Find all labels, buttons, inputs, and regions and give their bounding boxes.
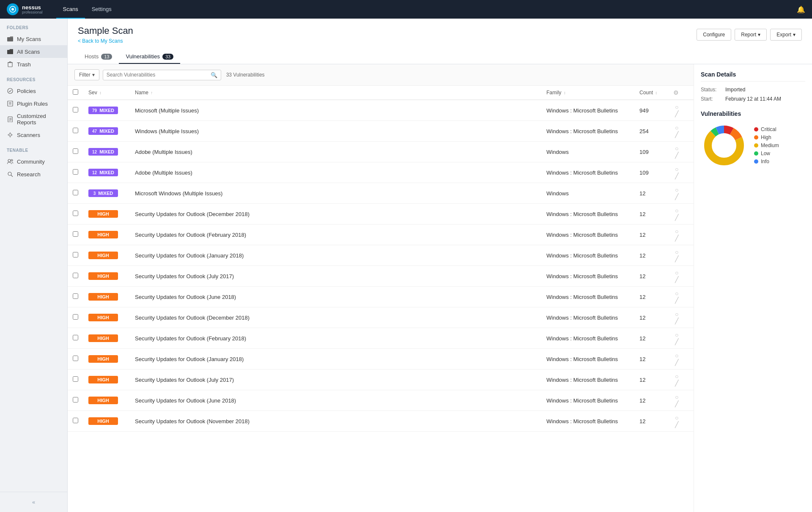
table-row[interactable]: HIGH Security Updates for Outlook (Janua… xyxy=(68,245,694,266)
name-cell[interactable]: Security Updates for Outlook (December 2… xyxy=(130,307,541,328)
sidebar-item-my-scans[interactable]: My Scans xyxy=(0,33,67,45)
row-checkbox[interactable] xyxy=(73,335,78,340)
name-cell[interactable]: Security Updates for Outlook (July 2017) xyxy=(130,266,541,287)
search-input[interactable] xyxy=(107,72,208,78)
export-button[interactable]: Export ▾ xyxy=(770,29,802,41)
table-row[interactable]: 3MIXED Microsoft Windows (Multiple Issue… xyxy=(68,183,694,204)
name-header[interactable]: Name ↑ xyxy=(130,86,541,100)
table-row[interactable]: HIGH Security Updates for Outlook (Decem… xyxy=(68,204,694,225)
name-cell[interactable]: Security Updates for Outlook (January 20… xyxy=(130,245,541,266)
filter-button[interactable]: Filter ▾ xyxy=(74,69,99,80)
row-checkbox[interactable] xyxy=(73,356,78,361)
notifications-icon[interactable]: 🔔 xyxy=(797,5,805,14)
table-row[interactable]: HIGH Security Updates for Outlook (July … xyxy=(68,266,694,287)
row-edit-icon[interactable]: ╱ xyxy=(673,130,680,139)
row-edit-icon[interactable]: ╱ xyxy=(673,275,680,284)
sidebar-item-plugin-rules[interactable]: Plugin Rules xyxy=(0,97,67,110)
row-edit-icon[interactable]: ╱ xyxy=(673,172,680,180)
name-cell[interactable]: Adobe (Multiple Issues) xyxy=(130,162,541,183)
table-header-row: Sev ↕ Name ↑ Family ↕ Count ↕ xyxy=(68,86,694,100)
tab-vulnerabilities[interactable]: Vulnerabilities 33 xyxy=(119,50,180,64)
row-checkbox[interactable] xyxy=(73,252,78,257)
table-row[interactable]: HIGH Security Updates for Outlook (Novem… xyxy=(68,411,694,432)
name-cell[interactable]: Security Updates for Outlook (December 2… xyxy=(130,204,541,225)
severity-badge: 12MIXED xyxy=(88,148,118,156)
sidebar-item-research[interactable]: Research xyxy=(0,168,67,181)
row-edit-icon[interactable]: ╱ xyxy=(673,110,680,118)
select-all-checkbox[interactable] xyxy=(73,89,78,95)
row-edit-icon[interactable]: ╱ xyxy=(673,420,680,429)
name-cell[interactable]: Microsoft Windows (Multiple Issues) xyxy=(130,183,541,204)
row-edit-icon[interactable]: ╱ xyxy=(673,213,680,222)
table-row[interactable]: 79MIXED Microsoft (Multiple Issues) Wind… xyxy=(68,100,694,121)
row-checkbox[interactable] xyxy=(73,211,78,216)
row-edit-icon[interactable]: ╱ xyxy=(673,337,680,346)
row-edit-icon[interactable]: ╱ xyxy=(673,151,680,159)
critical-dot xyxy=(754,127,758,131)
search-icon: 🔍 xyxy=(211,72,217,78)
row-checkbox[interactable] xyxy=(73,128,78,133)
row-edit-icon[interactable]: ╱ xyxy=(673,379,680,387)
sidebar-item-all-scans[interactable]: All Scans xyxy=(0,45,67,58)
row-edit-icon[interactable]: ╱ xyxy=(673,192,680,201)
name-cell[interactable]: Security Updates for Outlook (November 2… xyxy=(130,411,541,432)
row-checkbox[interactable] xyxy=(73,314,78,320)
nav-scans[interactable]: Scans xyxy=(56,0,85,19)
family-header[interactable]: Family ↕ xyxy=(541,86,634,100)
row-edit-icon[interactable]: ╱ xyxy=(673,234,680,242)
row-checkbox[interactable] xyxy=(73,418,78,423)
table-row[interactable]: 12MIXED Adobe (Multiple Issues) Windows … xyxy=(68,142,694,162)
row-checkbox[interactable] xyxy=(73,397,78,402)
sidebar-item-trash[interactable]: Trash xyxy=(0,58,67,71)
policies-icon xyxy=(7,88,14,94)
collapse-sidebar-button[interactable]: « xyxy=(0,496,67,509)
row-checkbox[interactable] xyxy=(73,376,78,382)
name-cell[interactable]: Microsoft (Multiple Issues) xyxy=(130,100,541,121)
configure-button[interactable]: Configure xyxy=(697,29,731,41)
table-row[interactable]: HIGH Security Updates for Outlook (June … xyxy=(68,287,694,307)
row-checkbox[interactable] xyxy=(73,293,78,299)
name-cell[interactable]: Security Updates for Outlook (June 2018) xyxy=(130,390,541,411)
count-header[interactable]: Count ↕ xyxy=(634,86,668,100)
name-cell[interactable]: Adobe (Multiple Issues) xyxy=(130,142,541,162)
row-edit-icon[interactable]: ╱ xyxy=(673,255,680,263)
table-row[interactable]: 12MIXED Adobe (Multiple Issues) Windows … xyxy=(68,162,694,183)
family-cell: Windows : Microsoft Bulletins xyxy=(541,121,634,142)
back-to-my-scans-link[interactable]: < Back to My Scans xyxy=(78,38,180,44)
table-row[interactable]: HIGH Security Updates for Outlook (Janua… xyxy=(68,349,694,370)
row-checkbox[interactable] xyxy=(73,231,78,237)
name-cell[interactable]: Security Updates for Outlook (July 2017) xyxy=(130,370,541,390)
sidebar-item-customized-reports[interactable]: Customized Reports xyxy=(0,110,67,129)
row-checkbox[interactable] xyxy=(73,190,78,195)
name-cell[interactable]: Security Updates for Outlook (January 20… xyxy=(130,349,541,370)
row-checkbox[interactable] xyxy=(73,273,78,278)
row-edit-icon[interactable]: ╱ xyxy=(673,358,680,367)
family-cell: Windows : Microsoft Bulletins xyxy=(541,287,634,307)
table-row[interactable]: 47MIXED Windows (Multiple Issues) Window… xyxy=(68,121,694,142)
nav-settings[interactable]: Settings xyxy=(85,0,118,19)
row-edit-icon[interactable]: ╱ xyxy=(673,317,680,325)
sidebar-item-scanners[interactable]: Scanners xyxy=(0,129,67,141)
row-edit-icon[interactable]: ╱ xyxy=(673,296,680,304)
sidebar-item-community[interactable]: Community xyxy=(0,155,67,168)
row-checkbox[interactable] xyxy=(73,148,78,154)
report-button[interactable]: Report ▾ xyxy=(735,29,767,41)
table-row[interactable]: HIGH Security Updates for Outlook (July … xyxy=(68,370,694,390)
name-cell[interactable]: Security Updates for Outlook (February 2… xyxy=(130,328,541,349)
table-settings-icon[interactable]: ⚙ xyxy=(673,89,679,96)
row-checkbox[interactable] xyxy=(73,107,78,112)
table-row[interactable]: HIGH Security Updates for Outlook (Decem… xyxy=(68,307,694,328)
search-box[interactable]: 🔍 xyxy=(103,70,221,80)
sev-header[interactable]: Sev ↕ xyxy=(83,86,130,100)
sidebar-item-policies[interactable]: Policies xyxy=(0,85,67,97)
name-cell[interactable]: Security Updates for Outlook (February 2… xyxy=(130,225,541,245)
name-cell[interactable]: Security Updates for Outlook (June 2018) xyxy=(130,287,541,307)
row-edit-icon[interactable]: ╱ xyxy=(673,400,680,408)
name-cell[interactable]: Windows (Multiple Issues) xyxy=(130,121,541,142)
table-row[interactable]: HIGH Security Updates for Outlook (June … xyxy=(68,390,694,411)
row-checkbox[interactable] xyxy=(73,169,78,175)
table-row[interactable]: HIGH Security Updates for Outlook (Febru… xyxy=(68,328,694,349)
table-row[interactable]: HIGH Security Updates for Outlook (Febru… xyxy=(68,225,694,245)
tab-hosts[interactable]: Hosts 13 xyxy=(78,50,119,64)
tab-hosts-label: Hosts xyxy=(85,53,99,60)
